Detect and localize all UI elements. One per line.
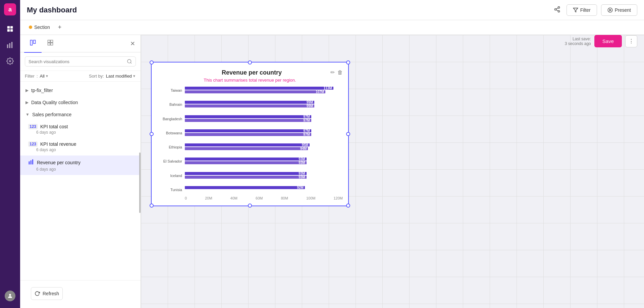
resize-handle-ml[interactable] xyxy=(150,132,154,136)
resize-handle-tc[interactable] xyxy=(248,60,252,64)
bar-row: Bangladesh97M97M xyxy=(157,115,343,123)
svg-rect-21 xyxy=(48,43,50,45)
user-avatar[interactable] xyxy=(5,291,15,301)
bar-country-label: Taiwan xyxy=(157,88,182,92)
svg-point-15 xyxy=(608,8,612,12)
svg-rect-19 xyxy=(48,40,50,42)
chart-title: Revenue per country xyxy=(173,69,330,76)
bar-row: Bahrain99M99M xyxy=(157,101,343,108)
svg-point-9 xyxy=(558,6,559,8)
bar-row: Botswana97M97M xyxy=(157,129,343,137)
bar-country-label: Bangladesh xyxy=(157,117,182,121)
bar-country-label: Tunisia xyxy=(157,188,182,192)
panel-close-button[interactable]: ✕ xyxy=(129,39,137,49)
bar-country-label: Bahrain xyxy=(157,102,182,106)
search-input[interactable] xyxy=(29,59,124,64)
sidebar-icon-settings[interactable] xyxy=(3,54,17,68)
filter-button[interactable]: Filter xyxy=(567,4,597,16)
bar-row: Iceland93M93M xyxy=(157,172,343,179)
bar-country-label: Iceland xyxy=(157,174,182,178)
svg-rect-4 xyxy=(7,44,8,48)
svg-rect-25 xyxy=(29,162,30,165)
search-box xyxy=(25,56,136,67)
group-sales-performance[interactable]: ▼ Sales performance xyxy=(20,108,141,121)
resize-handle-bl[interactable] xyxy=(150,204,154,208)
tab-section[interactable]: Section xyxy=(24,22,55,33)
svg-rect-5 xyxy=(9,43,10,48)
section-dot xyxy=(29,26,32,29)
visualization-list: ▶ tp-fix_filter ▶ Data Quality collectio… xyxy=(20,82,141,280)
bar-fill-secondary: 94M xyxy=(185,147,308,150)
resize-handle-tr[interactable] xyxy=(346,60,350,64)
x-axis-label: 40M xyxy=(230,196,237,200)
bar-row: Tunisia92M xyxy=(157,186,343,193)
svg-rect-27 xyxy=(32,160,33,165)
present-button[interactable]: Present xyxy=(601,4,637,16)
bar-fill-primary: 97M xyxy=(185,129,311,132)
svg-point-8 xyxy=(9,294,11,296)
save-info: Last save: 3 seconds ago xyxy=(565,37,591,46)
filter-caret: ▼ xyxy=(45,74,49,78)
viz-item-revenue-country[interactable]: Revenue per country 6 days ago xyxy=(20,156,141,175)
resize-handle-mr[interactable] xyxy=(346,132,350,136)
refresh-icon xyxy=(35,291,40,296)
more-options-button[interactable]: ⋮ xyxy=(625,35,637,47)
left-panel: ✕ Filter : All ▼ Sort by: Last modified … xyxy=(20,35,141,308)
chart-subtitle: This chart summarises total revenue per … xyxy=(157,78,343,83)
group-tp-fix-filter[interactable]: ▶ tp-fix_filter xyxy=(20,84,141,96)
share-button[interactable] xyxy=(552,4,562,16)
save-button[interactable]: Save xyxy=(594,35,622,47)
bar-fill-secondary: 93M xyxy=(185,161,307,164)
panel-tab-visualizations[interactable] xyxy=(24,35,42,53)
header: My dashboard Filter Present xyxy=(20,0,644,20)
panel-tabs: ✕ xyxy=(20,35,141,52)
bar-chart: Taiwan113M107MBahrain99M99MBangladesh97M… xyxy=(157,87,343,193)
bar-country-label: Botswana xyxy=(157,131,182,135)
resize-handle-bc[interactable] xyxy=(248,204,252,208)
bar-row: Ethiopia95M94M xyxy=(157,143,343,151)
search-icon xyxy=(127,59,132,64)
bar-country-label: El Salvador xyxy=(157,159,182,163)
bar-fill-primary: 99M xyxy=(185,101,314,104)
group-data-quality[interactable]: ▶ Data Quality collection xyxy=(20,96,141,108)
bar-track: 113M107M xyxy=(185,87,343,94)
bar-track: 99M99M xyxy=(185,101,343,108)
chart-delete-button[interactable]: 🗑 xyxy=(337,69,343,76)
svg-point-11 xyxy=(558,10,559,12)
x-axis-label: 0 xyxy=(185,196,187,200)
bar-country-label: Ethiopia xyxy=(157,145,182,149)
panel-tab-layout[interactable] xyxy=(42,35,59,53)
x-axis-label: 80M xyxy=(281,196,288,200)
svg-rect-6 xyxy=(11,42,13,48)
refresh-button[interactable]: Refresh xyxy=(31,287,63,300)
sort-dropdown[interactable]: Last modified ▼ xyxy=(106,74,136,79)
svg-rect-1 xyxy=(10,26,13,29)
bar-track: 92M xyxy=(185,186,343,193)
bar-row: Taiwan113M107M xyxy=(157,87,343,94)
bar-track: 95M94M xyxy=(185,143,343,151)
sidebar-icon-dashboard[interactable] xyxy=(3,22,17,36)
search-area xyxy=(20,52,141,71)
bar-fill-primary: 92M xyxy=(185,186,305,189)
x-axis-label: 120M xyxy=(333,196,343,200)
app-logo[interactable]: a xyxy=(4,3,16,15)
sidebar-bottom xyxy=(5,291,15,301)
viz-item-kpi-cost[interactable]: 123 KPI total cost 6 days ago xyxy=(20,121,141,138)
group-caret: ▼ xyxy=(25,112,30,117)
resize-handle-br[interactable] xyxy=(346,204,350,208)
resize-handle-tl[interactable] xyxy=(150,60,154,64)
chart-title-row: Revenue per country ✏ 🗑 xyxy=(157,69,343,76)
header-actions: Filter Present xyxy=(552,4,637,16)
sidebar-icon-chart[interactable] xyxy=(3,38,17,52)
x-axis-label: 100M xyxy=(306,196,316,200)
viz-item-kpi-revenue[interactable]: 123 KPI total revenue 6 days ago xyxy=(20,138,141,156)
add-tab-button[interactable]: + xyxy=(55,23,65,32)
bar-fill-secondary: 99M xyxy=(185,104,314,107)
svg-rect-20 xyxy=(51,40,53,42)
filter-dropdown[interactable]: All ▼ xyxy=(40,74,49,79)
group-caret: ▶ xyxy=(25,88,29,93)
svg-point-7 xyxy=(9,60,11,62)
svg-line-24 xyxy=(130,62,131,63)
svg-point-23 xyxy=(127,59,131,63)
chart-edit-button[interactable]: ✏ xyxy=(330,69,335,76)
